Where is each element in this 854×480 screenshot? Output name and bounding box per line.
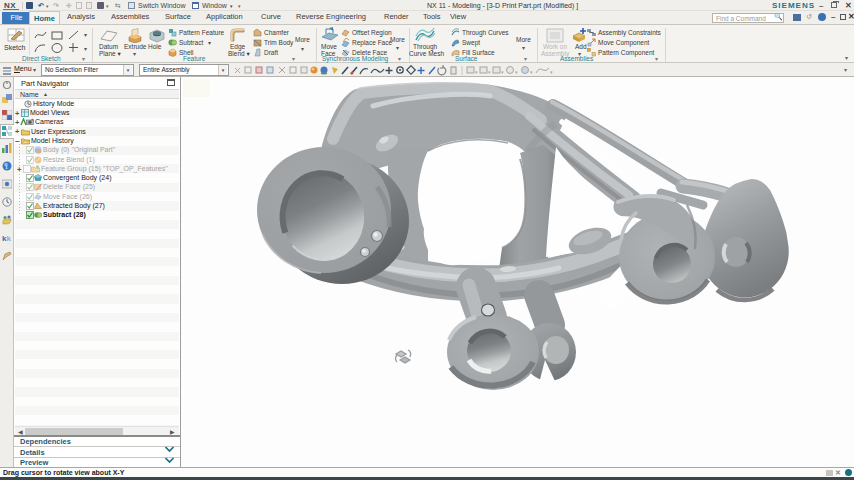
svg-text:▾: ▾ — [530, 69, 533, 75]
svg-text:▾: ▾ — [501, 69, 504, 75]
svg-text:▾: ▾ — [488, 69, 491, 75]
svg-text:▾: ▾ — [475, 69, 478, 75]
svg-text:▾: ▾ — [550, 69, 553, 75]
svg-text:▾: ▾ — [515, 69, 518, 75]
svg-text:k: k — [7, 234, 12, 243]
svg-text:i: i — [5, 163, 7, 171]
